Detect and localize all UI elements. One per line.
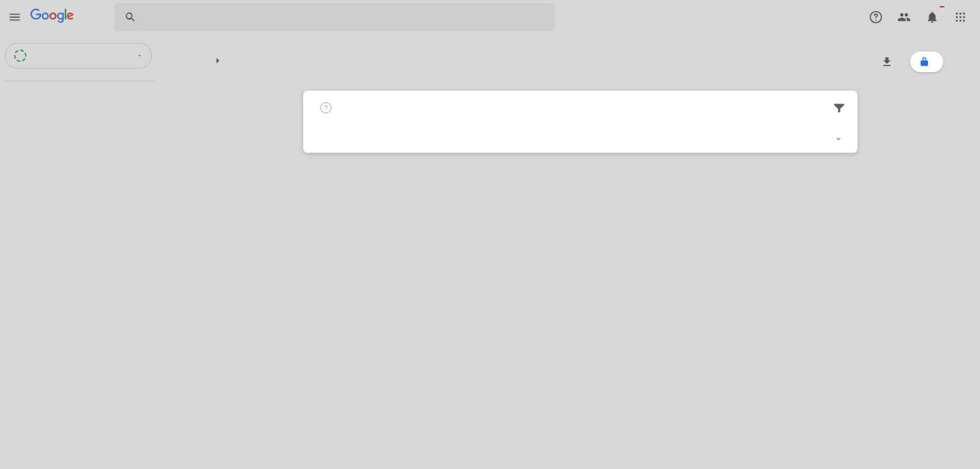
search-icon [124, 10, 138, 24]
apps-grid-icon[interactable] [953, 10, 968, 24]
col-url[interactable] [303, 125, 520, 153]
svg-point-2 [956, 13, 958, 15]
notifications-badge [940, 6, 944, 7]
col-last-crawled[interactable] [520, 125, 858, 153]
google-logo [29, 9, 75, 26]
url-inspection-searchbar[interactable] [114, 3, 555, 31]
page-header [202, 51, 943, 72]
examples-table [303, 125, 858, 153]
svg-point-4 [963, 13, 965, 15]
sidebar [0, 34, 159, 469]
svg-point-3 [959, 13, 961, 15]
svg-point-6 [959, 16, 961, 18]
svg-point-7 [963, 16, 965, 18]
url-inspection-input[interactable] [146, 12, 545, 23]
export-button[interactable] [881, 56, 898, 68]
notifications-icon[interactable] [925, 10, 940, 24]
hamburger-menu-icon[interactable] [7, 10, 22, 24]
people-icon[interactable] [897, 10, 911, 24]
svg-point-9 [959, 20, 961, 21]
share-button[interactable] [910, 51, 943, 72]
property-selector[interactable] [5, 43, 152, 69]
help-icon[interactable]: ? [320, 102, 331, 113]
help-icon[interactable] [869, 10, 883, 24]
svg-point-10 [963, 20, 965, 21]
svg-point-5 [956, 16, 958, 18]
chevron-down-icon [137, 53, 143, 59]
arrow-down-icon [834, 133, 843, 142]
svg-point-8 [956, 20, 958, 21]
lock-icon [919, 56, 930, 67]
examples-card: ? [303, 91, 858, 153]
app-bar [0, 0, 980, 34]
chevron-right-icon [212, 55, 223, 69]
filter-icon[interactable] [832, 100, 846, 115]
main-content: ? [159, 34, 980, 469]
property-icon [14, 50, 26, 62]
download-icon [881, 56, 893, 68]
svg-point-1 [875, 20, 876, 21]
